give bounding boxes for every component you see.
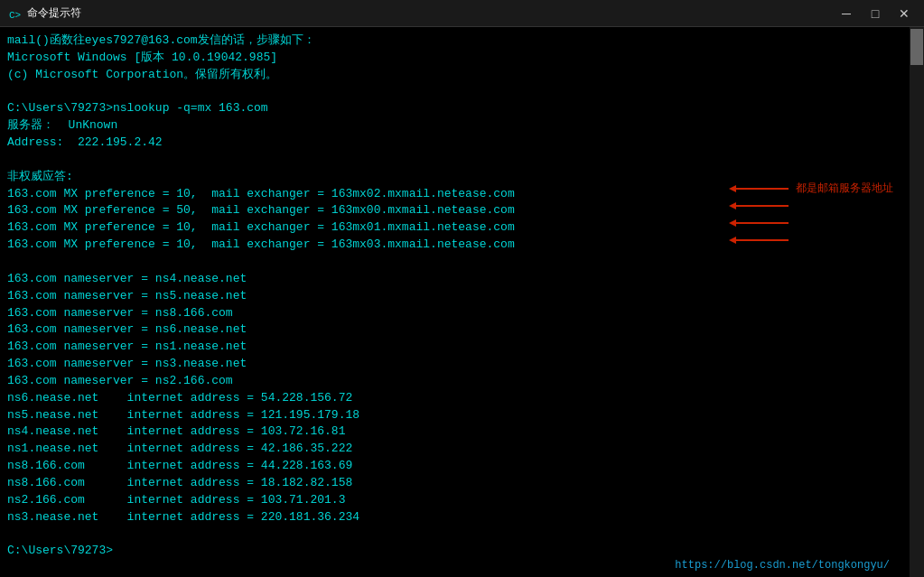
arrow-row-2 bbox=[727, 197, 893, 214]
titlebar-left: C> 命令提示符 bbox=[7, 5, 81, 21]
annotation-label: 都是邮箱服务器地址 bbox=[796, 181, 893, 196]
terminal-line: mail()函数往eyes7927@163.com发信的话，步骤如下： bbox=[7, 33, 902, 50]
terminal-line: 163.com nameserver = ns4.nease.net bbox=[7, 271, 902, 288]
terminal-line: 163.com nameserver = ns2.166.com bbox=[7, 373, 902, 390]
arrow-1 bbox=[727, 183, 790, 194]
terminal-line: Address: 222.195.2.42 bbox=[7, 135, 902, 152]
annotation-group: 都是邮箱服务器地址 bbox=[727, 180, 893, 248]
terminal-line: 163.com nameserver = ns6.nease.net bbox=[7, 321, 902, 339]
terminal-line: ns3.nease.net internet address = 220.181… bbox=[7, 509, 902, 526]
maximize-button[interactable]: □ bbox=[863, 5, 888, 23]
terminal-line bbox=[7, 254, 902, 271]
close-button[interactable]: ✕ bbox=[891, 5, 917, 23]
titlebar: C> 命令提示符 ─ □ ✕ bbox=[0, 0, 924, 27]
svg-marker-7 bbox=[729, 219, 736, 227]
bottom-link: https://blog.csdn.net/tongkongyu/ bbox=[675, 558, 890, 572]
terminal-line bbox=[7, 152, 902, 169]
terminal-line: ns6.nease.net internet address = 54.228.… bbox=[7, 390, 902, 407]
arrow-row-4 bbox=[727, 231, 893, 248]
terminal-line: ns1.nease.net internet address = 42.186.… bbox=[7, 441, 902, 458]
terminal-line: ns5.nease.net internet address = 121.195… bbox=[7, 407, 902, 424]
csdn-link[interactable]: https://blog.csdn.net/tongkongyu/ bbox=[675, 559, 890, 572]
terminal-line bbox=[7, 84, 902, 101]
terminal-line: 163.com nameserver = ns8.166.com bbox=[7, 305, 902, 322]
scrollbar-thumb[interactable] bbox=[910, 29, 923, 65]
arrow-3 bbox=[727, 218, 790, 228]
cmd-icon: C> bbox=[7, 6, 22, 21]
terminal-line: Microsoft Windows [版本 10.0.19042.985] bbox=[7, 50, 902, 67]
terminal-line: ns8.166.com internet address = 44.228.16… bbox=[7, 458, 902, 475]
svg-text:C>: C> bbox=[9, 10, 21, 21]
terminal-line: ns8.166.com internet address = 18.182.82… bbox=[7, 475, 902, 492]
titlebar-controls: ─ □ ✕ bbox=[834, 5, 917, 23]
terminal-line: ns2.166.com internet address = 103.71.20… bbox=[7, 492, 902, 509]
svg-marker-5 bbox=[729, 202, 736, 209]
arrow-2 bbox=[727, 200, 790, 211]
terminal-line bbox=[7, 526, 902, 543]
terminal-line: (c) Microsoft Corporation。保留所有权利。 bbox=[7, 67, 902, 84]
arrow-row-1: 都是邮箱服务器地址 bbox=[727, 180, 893, 197]
terminal-line: 服务器： UnKnown bbox=[7, 117, 902, 135]
terminal-line: 163.com nameserver = ns3.nease.net bbox=[7, 356, 902, 373]
svg-marker-3 bbox=[729, 185, 736, 192]
terminal-line: 163.com nameserver = ns5.nease.net bbox=[7, 288, 902, 305]
svg-marker-9 bbox=[729, 237, 736, 244]
minimize-button[interactable]: ─ bbox=[834, 5, 859, 23]
scrollbar[interactable] bbox=[910, 27, 924, 577]
terminal-line: C:\Users\79273>nslookup -q=mx 163.com bbox=[7, 100, 902, 117]
terminal-line: ns4.nease.net internet address = 103.72.… bbox=[7, 423, 902, 441]
window-title: 命令提示符 bbox=[27, 5, 81, 21]
terminal-line: 163.com nameserver = ns1.nease.net bbox=[7, 339, 902, 356]
terminal-window: mail()函数往eyes7927@163.com发信的话，步骤如下： Micr… bbox=[0, 27, 924, 577]
terminal-content[interactable]: mail()函数往eyes7927@163.com发信的话，步骤如下： Micr… bbox=[0, 27, 910, 577]
arrow-4 bbox=[727, 235, 790, 246]
arrow-row-3 bbox=[727, 214, 893, 231]
